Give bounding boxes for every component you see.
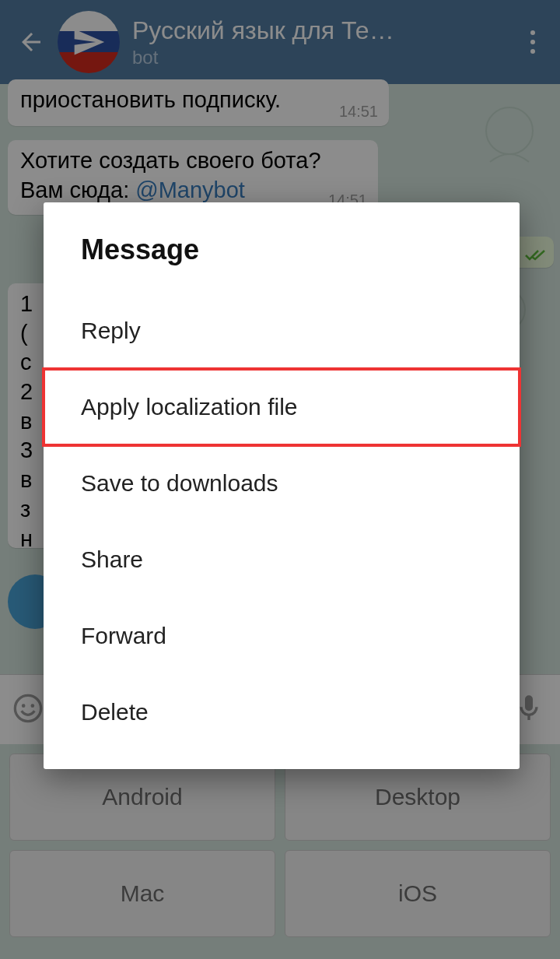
dialog-title: Message [44,202,520,293]
menu-item-forward[interactable]: Forward [44,598,520,674]
menu-item-apply-localization[interactable]: Apply localization file [44,369,520,445]
menu-item-share[interactable]: Share [44,522,520,598]
menu-item-reply[interactable]: Reply [44,293,520,369]
menu-item-delete[interactable]: Delete [44,674,520,750]
message-context-menu: Message Reply Apply localization file Sa… [44,202,520,769]
menu-item-save-downloads[interactable]: Save to downloads [44,445,520,522]
